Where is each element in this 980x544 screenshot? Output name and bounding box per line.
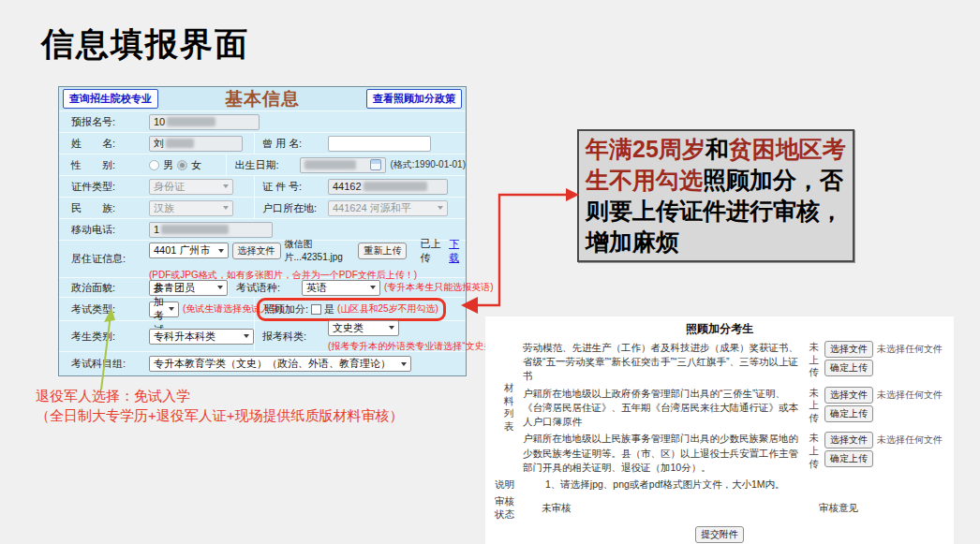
birth-date-input[interactable] xyxy=(300,157,386,173)
form-header: 查询招生院校专业 基本信息 查看照顾加分政策 xyxy=(59,87,466,111)
candidate-category-select[interactable]: 专科升本科类 xyxy=(149,329,254,345)
name-input[interactable]: 刘 xyxy=(149,136,243,152)
gender-female-text: 女 xyxy=(191,158,201,172)
chevron-down-icon xyxy=(217,286,223,289)
subject-category-note: (报考专升本的外语类专业请选择“文史类”) xyxy=(328,340,499,353)
residence-region-value: 4401 广州市 xyxy=(154,243,211,257)
political-label: 政治面貌: xyxy=(59,281,149,295)
candidate-category-label: 考生类别: xyxy=(59,330,149,344)
redacted-value xyxy=(166,139,194,148)
former-name-input[interactable] xyxy=(328,136,431,152)
row-id: 证件类型: 身份证 证 件 号: 44162 xyxy=(59,176,466,198)
id-number-value: 44162 xyxy=(333,181,362,192)
exam-language-select[interactable]: 英语 xyxy=(302,280,380,296)
subject-category-select[interactable]: 文史类 xyxy=(328,320,399,336)
choose-file-button[interactable]: 选择文件 xyxy=(824,432,873,448)
gender-label: 性 别: xyxy=(59,158,149,172)
row-pre-reg-no: 预报名号: 10 xyxy=(59,111,466,133)
veteran-note: 退役军人选择：免试入学 （全日制大专学历+退役军人证+现场提供纸质版材料审核） xyxy=(36,386,404,425)
chevron-down-icon xyxy=(370,286,376,289)
exam-language-value: 英语 xyxy=(306,281,327,295)
row-subject-group: 考试科目组: 专升本教育学类（文史）（政治、外语、教育理论） xyxy=(59,352,466,375)
choose-file-button[interactable]: 选择文件 xyxy=(824,387,873,404)
mobile-value: 1 xyxy=(154,224,159,235)
id-number-input[interactable]: 44162 xyxy=(328,179,448,195)
household-label: 户口所在地: xyxy=(255,201,328,215)
note-text: 1、请选择jpg、png或者pdf格式图片文件，大小1M内。 xyxy=(545,478,785,492)
redacted-value xyxy=(364,182,427,191)
confirm-upload-button[interactable]: 确定上传 xyxy=(824,450,873,467)
subject-group-select[interactable]: 专升本教育学类（文史）（政治、外语、教育理论） xyxy=(149,356,411,372)
residence-choose-file-button[interactable]: 选择文件 xyxy=(232,243,281,259)
id-number-label: 证 件 号: xyxy=(255,180,328,194)
former-name-label: 曾 用 名: xyxy=(255,137,328,151)
material-item-text: 户籍所在地地级以上政府侨务管理部门出具的“三侨生”证明、《台湾居民居住证》、五年… xyxy=(523,387,803,430)
callout-red-text: 年满25周岁 xyxy=(586,136,705,162)
id-type-label: 证件类型: xyxy=(59,180,149,194)
pre-reg-no-value: 10 xyxy=(154,116,165,127)
bonus-note: (山区县和25岁不用勾选) xyxy=(337,302,438,316)
birth-date-label: 出生日期: xyxy=(227,158,300,172)
query-colleges-button[interactable]: 查询招生院校专业 xyxy=(63,89,158,109)
gender-male-radio[interactable] xyxy=(149,160,159,170)
material-item-text: 劳动模范、先进生产（工作）者及科技进步（成果）奖获证书、省级“五一劳动奖章”“新… xyxy=(523,341,803,384)
no-file-text: 未选择任何文件 xyxy=(877,389,943,402)
bonus-label: 照顾加分: xyxy=(264,302,308,316)
id-type-select[interactable]: 身份证 xyxy=(149,179,233,195)
material-item-2: 户籍所在地地级以上政府侨务管理部门出具的“三侨生”证明、《台湾居民居住证》、五年… xyxy=(523,387,944,430)
ethnicity-value: 汉族 xyxy=(154,201,174,215)
residence-file-name: 微信图片...42351.jpg xyxy=(285,238,355,264)
ethnicity-label: 民 族: xyxy=(59,201,149,215)
subject-category-label: 报考科类: xyxy=(255,330,328,344)
choose-file-button[interactable]: 选择文件 xyxy=(824,341,873,358)
birth-date-format-note: (格式:1990-01-01) xyxy=(390,158,466,171)
chevron-down-icon xyxy=(223,206,229,210)
bonus-highlight-box: 照顾加分: 是 (山区县和25岁不用勾选) xyxy=(257,298,446,321)
redacted-value xyxy=(161,225,229,234)
submit-attachments-button[interactable]: 提交附件 xyxy=(695,526,744,543)
redacted-value xyxy=(304,160,356,169)
material-list-label: 材料列表 xyxy=(503,382,515,434)
bonus-checkbox-text: 是 xyxy=(324,302,334,316)
calendar-icon[interactable] xyxy=(370,159,381,170)
bonus-materials-panel: 照顾加分考生 材料列表 劳动模范、先进生产（工作）者及科技进步（成果）奖获证书、… xyxy=(485,316,954,544)
subject-category-value: 文史类 xyxy=(333,321,364,335)
pre-reg-no-input[interactable]: 10 xyxy=(149,114,260,130)
household-value: 441624 河源和平 xyxy=(333,201,411,215)
residence-download-link[interactable]: 下载 xyxy=(449,237,466,265)
callout-black-text: 和 xyxy=(705,136,729,162)
residence-label: 居住证信息: xyxy=(59,252,149,266)
material-item-3: 户籍所在地地级以上民族事务管理部门出具的少数民族聚居地的少数民族考生证明等。县（… xyxy=(523,432,944,475)
chevron-down-icon xyxy=(169,307,174,311)
chevron-down-icon xyxy=(389,326,394,330)
ethnicity-select[interactable]: 汉族 xyxy=(149,200,233,216)
row-name: 姓 名: 刘 曾 用 名: xyxy=(59,133,466,154)
candidate-category-value: 专科升本科类 xyxy=(154,330,215,344)
material-item-text: 户籍所在地地级以上民族事务管理部门出具的少数民族聚居地的少数民族考生证明等。县（… xyxy=(523,432,803,475)
chevron-down-icon xyxy=(438,206,443,210)
row-residence: 居住证信息: 4401 广州市 选择文件 微信图片...42351.jpg 重新… xyxy=(59,241,466,278)
residence-uploaded-text: 已上传 xyxy=(420,237,445,265)
bonus-callout-box: 年满25周岁和贫困地区考生不用勾选照顾加分，否则要上传证件进行审核，增加麻烦 xyxy=(577,129,854,262)
pre-reg-no-label: 预报名号: xyxy=(59,115,149,129)
confirm-upload-button[interactable]: 确定上传 xyxy=(824,360,873,376)
mobile-input[interactable]: 1 xyxy=(149,222,273,238)
row-ethnicity-household: 民 族: 汉族 户口所在地: 441624 河源和平 xyxy=(59,198,466,219)
household-select[interactable]: 441624 河源和平 xyxy=(328,200,448,216)
exam-type-select[interactable]: 参加考试 xyxy=(149,301,179,317)
bonus-checkbox[interactable] xyxy=(311,304,321,315)
screen: 信息填报界面 查询招生院校专业 基本信息 查看照顾加分政策 预报名号: 10 姓… xyxy=(0,0,980,544)
upload-status-label: 未上传 xyxy=(808,432,820,470)
upload-status-label: 未上传 xyxy=(808,341,820,379)
review-status-label: 审核状态 xyxy=(495,495,519,521)
confirm-upload-button[interactable]: 确定上传 xyxy=(824,405,873,422)
view-bonus-policy-button[interactable]: 查看照顾加分政策 xyxy=(366,89,462,109)
chevron-down-icon xyxy=(401,362,407,366)
veteran-note-line2: （全日制大专学历+退役军人证+现场提供纸质版材料审核） xyxy=(36,405,404,425)
chevron-down-icon xyxy=(218,249,224,253)
residence-region-select[interactable]: 4401 广州市 xyxy=(149,243,229,258)
no-file-text: 未选择任何文件 xyxy=(877,434,943,447)
gender-female-radio[interactable] xyxy=(177,160,187,170)
subject-group-value: 专升本教育学类（文史）（政治、外语、教育理论） xyxy=(154,357,391,371)
residence-reupload-button[interactable]: 重新上传 xyxy=(358,243,407,259)
